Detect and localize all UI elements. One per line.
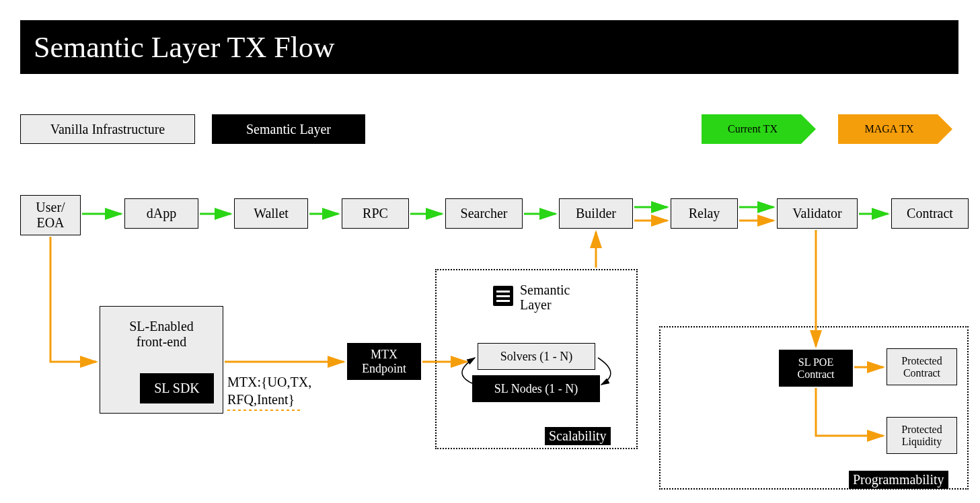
semantic-layer-icon [493,286,513,306]
sl-nodes-box: SL Nodes (1 - N) [472,375,600,402]
protected-liquidity-box: Protected Liquidity [887,417,957,454]
node-dapp: dApp [124,198,198,229]
arrow-user-slfe [50,237,96,362]
node-searcher: Searcher [445,198,523,229]
node-validator: Validator [777,198,858,229]
programmability-tag: Programmability [849,471,948,489]
legend-semantic: Semantic Layer [212,114,365,144]
sl-sdk-box: SL SDK [140,373,214,403]
node-builder: Builder [559,198,633,229]
sl-poe-box: SL POE Contract [779,350,853,387]
legend-current-tx-arrow: Current TX [702,114,816,144]
solvers-box: Solvers (1 - N) [478,343,595,370]
node-rpc: RPC [342,198,409,229]
node-user-eoa: User/ EOA [20,195,81,235]
legend-maga-tx-arrow: MAGA TX [838,114,952,144]
sl-frontend-title1: SL-Enabled [100,319,223,334]
node-relay: Relay [671,198,738,229]
scalability-tag: Scalability [545,427,611,445]
node-contract: Contract [891,198,969,229]
legend-vanilla: Vanilla Infrastructure [20,114,195,144]
mtx-endpoint-box: MTX Endpoint [347,343,421,380]
sl-frontend-title2: front-end [100,334,223,350]
mtx-label-line1: MTX:{UO,TX, [227,374,311,390]
semantic-layer-brand: Semantic Layer [520,282,570,312]
legend-maga-tx-label: MAGA TX [838,114,938,144]
diagram-stage: Semantic Layer TX Flow Vanilla Infrastru… [0,0,980,503]
node-wallet: Wallet [234,198,308,229]
legend-current-tx-label: Current TX [702,114,801,144]
page-title: Semantic Layer TX Flow [20,20,958,74]
mtx-underline [227,410,300,411]
mtx-label-line2: RFQ,Intent} [227,391,295,408]
protected-contract-box: Protected Contract [887,348,957,385]
